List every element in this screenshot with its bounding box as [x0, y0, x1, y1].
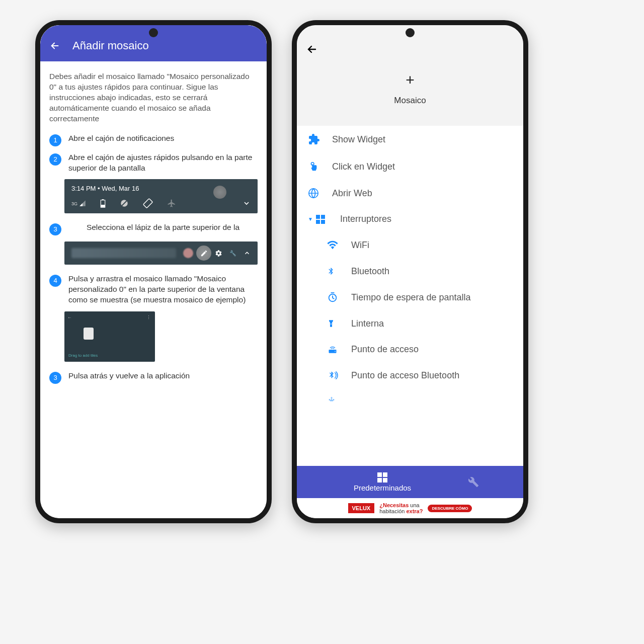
item-show-widget[interactable]: Show Widget [297, 126, 523, 153]
camera-notch [149, 28, 158, 37]
bluetooth-tethering-icon [327, 370, 340, 381]
camera-notch [406, 28, 415, 37]
step-text: Abre el cajón de ajustes rápidos pulsand… [68, 152, 258, 174]
step-4: 4 Pulsa y arrastra el mosaico llamado "M… [49, 274, 258, 305]
step-text: Selecciona el lápiz de la parte superior… [68, 222, 258, 233]
screen: + Mosaico Show Widget Click en Widget [297, 25, 523, 518]
ad-cta-button[interactable]: DESCUBRE CÓMO [428, 505, 472, 512]
item-bluetooth[interactable]: Bluetooth [297, 258, 523, 284]
touch-icon [308, 160, 321, 173]
item-label: Punto de acceso Bluetooth [351, 370, 459, 381]
step-3: 3 Selecciona el lápiz de la parte superi… [49, 222, 258, 235]
svg-rect-2 [101, 205, 105, 207]
item-label: Interruptores [340, 214, 391, 224]
item-label: Linterna [351, 318, 384, 329]
step-number: 3 [49, 372, 61, 384]
step-number: 2 [49, 153, 61, 166]
step-number: 3 [49, 223, 61, 235]
demo-icons-row: 3G [71, 198, 251, 208]
svg-rect-1 [102, 199, 104, 200]
item-label: Tiempo de espera de pantalla [351, 292, 471, 303]
example-tile-icon [84, 328, 94, 340]
item-open-web[interactable]: Abrir Web [297, 180, 523, 206]
item-label: Abrir Web [332, 188, 372, 199]
tap-highlight [213, 186, 226, 199]
item-label: Punto de acceso [351, 344, 419, 355]
page-title: Añadir mosaico [72, 39, 149, 52]
usb-icon [327, 396, 340, 402]
tab-label: Predeterminados [354, 484, 411, 492]
grid-icon [377, 472, 387, 482]
item-label: Show Widget [332, 134, 385, 145]
phone-mockup-left: Añadir mosaico Debes añadir el mosaico l… [35, 20, 272, 523]
drag-hint-label: Drag to add tiles [68, 353, 98, 359]
item-hotspot[interactable]: Punto de acceso [297, 337, 523, 362]
dnd-icon [120, 199, 129, 208]
tab-tools[interactable] [468, 476, 523, 488]
puzzle-icon [308, 133, 321, 145]
wifi-icon [327, 239, 340, 251]
item-label: Click en Widget [332, 162, 395, 172]
step-number: 1 [49, 134, 61, 146]
item-bt-hotspot[interactable]: Punto de acceso Bluetooth [297, 362, 523, 388]
step-number: 4 [49, 275, 61, 287]
step-2: 2 Abre el cajón de ajustes rápidos pulsa… [49, 152, 258, 174]
gear-icon [215, 250, 222, 257]
chevron-down-icon [243, 199, 251, 207]
globe-icon [308, 188, 321, 199]
demo-quicksettings-panel: 3:14 PM • Wed, Mar 16 3G [64, 179, 258, 213]
item-label: WiFi [351, 240, 369, 251]
item-partial[interactable] [297, 388, 523, 402]
rotate-icon [143, 198, 153, 208]
tab-defaults[interactable]: Predeterminados [297, 472, 468, 492]
demo-edit-panel: 🔧 [64, 242, 258, 265]
pencil-icon [200, 250, 208, 257]
hero-label: Mosaico [297, 96, 523, 106]
bottom-nav: Predeterminados [297, 466, 523, 498]
avatar-icon [183, 248, 193, 258]
timer-icon [327, 292, 340, 303]
svg-point-9 [335, 351, 336, 352]
airplane-icon [167, 199, 176, 208]
step-1: 1 Abre el cajón de notificaciones [49, 133, 258, 146]
item-click-widget[interactable]: Click en Widget [297, 153, 523, 180]
flashlight-icon [327, 318, 340, 329]
instructions-content: Debes añadir el mosaico llamado "Mosaico… [40, 61, 267, 400]
hotspot-icon [327, 345, 340, 355]
item-label: Bluetooth [351, 266, 389, 277]
item-switches-group[interactable]: ▼ Interruptores [297, 206, 523, 232]
battery-icon [100, 199, 106, 208]
chevron-up-icon [244, 250, 251, 257]
actions-list: Show Widget Click en Widget Abrir Web ▼ [297, 126, 523, 466]
item-screen-timeout[interactable]: Tiempo de espera de pantalla [297, 284, 523, 310]
ad-brand-logo: VELUX [348, 503, 375, 513]
back-mini-icon: ← [67, 315, 72, 320]
back-arrow-icon[interactable] [49, 40, 60, 51]
svg-rect-4 [143, 199, 153, 208]
phone-mockup-right: + Mosaico Show Widget Click en Widget [292, 20, 528, 523]
wrench-small-icon: 🔧 [229, 250, 236, 257]
screen: Añadir mosaico Debes añadir el mosaico l… [40, 25, 267, 518]
plus-icon[interactable]: + [297, 71, 523, 89]
wrench-icon [468, 476, 523, 488]
step-text: Abre el cajón de notificaciones [68, 133, 258, 144]
menu-dots-icon: ⋮ [146, 314, 151, 320]
ad-text: ¿Necesitas una habitación extra? [379, 502, 423, 514]
blurred-content [71, 248, 176, 258]
expand-triangle-icon: ▼ [308, 216, 313, 222]
back-arrow-icon[interactable] [306, 43, 514, 55]
hero-area[interactable]: + Mosaico [297, 61, 523, 126]
item-flashlight[interactable]: Linterna [297, 310, 523, 337]
step-text: Pulsa y arrastra el mosaico llamado "Mos… [68, 274, 258, 305]
item-wifi[interactable]: WiFi [297, 232, 523, 258]
demo-drag-panel: ← ⋮ Drag to add tiles [64, 311, 155, 362]
bluetooth-icon [327, 266, 340, 277]
grid-icon [316, 215, 329, 224]
instruction-description: Debes añadir el mosaico llamado "Mosaico… [49, 71, 258, 124]
step-5: 3 Pulsa atrás y vuelve a la aplicación [49, 371, 258, 384]
signal-icon: 3G [71, 200, 86, 207]
ad-banner[interactable]: VELUX ¿Necesitas una habitación extra? D… [297, 498, 523, 518]
step-text: Pulsa atrás y vuelve a la aplicación [68, 371, 258, 381]
